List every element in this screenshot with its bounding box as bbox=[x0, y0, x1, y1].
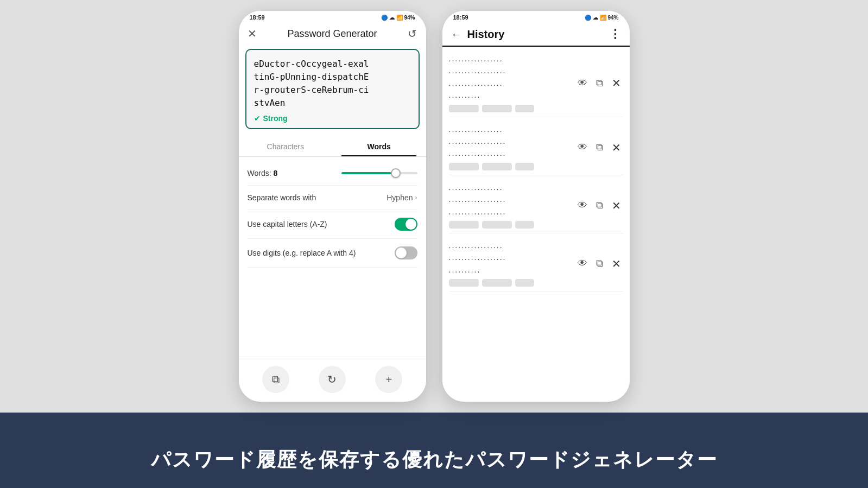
password-dots: ················· bbox=[449, 125, 571, 137]
banner-text: パスワード履歴を保存する優れたパスワードジェネレーター bbox=[151, 447, 718, 473]
view-button[interactable]: 👁 bbox=[575, 198, 590, 213]
pg-header: ✕ Password Generator ↺ bbox=[239, 23, 426, 45]
password-dots: ·················· bbox=[449, 149, 571, 161]
strength-icon: ✔ bbox=[254, 114, 261, 123]
password-dots: ·················· bbox=[449, 253, 571, 265]
history-meta bbox=[449, 105, 571, 112]
password-dots: ················· bbox=[449, 79, 571, 91]
meta-pill bbox=[482, 163, 512, 170]
delete-button[interactable]: ✕ bbox=[610, 197, 623, 214]
history-header: ← History ⋮ bbox=[442, 23, 630, 47]
chevron-right-icon: › bbox=[415, 194, 417, 201]
history-list: ················· ·················· ···… bbox=[442, 47, 630, 402]
view-button[interactable]: 👁 bbox=[575, 256, 590, 271]
digits-label: Use digits (e.g. replace A with 4) bbox=[248, 249, 356, 257]
meta-pill bbox=[449, 279, 479, 287]
tab-characters[interactable]: Characters bbox=[239, 137, 333, 156]
history-meta bbox=[449, 163, 571, 170]
meta-pill bbox=[482, 279, 512, 287]
meta-pill-sm bbox=[515, 105, 534, 112]
status-icons-right: 🔵 ☁ 📶 94% bbox=[585, 15, 618, 21]
copy-button[interactable]: ⧉ bbox=[594, 256, 605, 271]
history-item: ················· ·················· ···… bbox=[449, 175, 623, 233]
close-button[interactable]: ✕ bbox=[248, 27, 257, 40]
meta-pill bbox=[449, 221, 479, 229]
history-item-content: ················· ·················· ···… bbox=[449, 241, 571, 287]
copy-button[interactable]: ⧉ bbox=[594, 140, 605, 155]
history-item: ················· ·················· ···… bbox=[449, 47, 623, 117]
view-button[interactable]: 👁 bbox=[575, 140, 590, 155]
password-dots: ················· bbox=[449, 241, 571, 253]
more-options-button[interactable]: ⋮ bbox=[609, 27, 621, 41]
password-box: eDuctor-cOccygeal-exaltinG-pUnning-dispa… bbox=[245, 49, 420, 129]
password-generator-phone: 18:59 🔵 ☁ 📶 94% ✕ Password Generator ↺ e… bbox=[239, 11, 426, 402]
status-time-left: 18:59 bbox=[250, 14, 265, 21]
status-bar-right: 18:59 🔵 ☁ 📶 94% bbox=[442, 11, 630, 23]
separate-value[interactable]: Hyphen › bbox=[387, 193, 417, 202]
copy-button[interactable]: ⧉ bbox=[594, 75, 605, 91]
history-icon[interactable]: ↺ bbox=[408, 27, 417, 40]
separate-words-row: Separate words with Hyphen › bbox=[248, 186, 417, 210]
words-label: Words: 8 bbox=[248, 169, 278, 178]
back-button[interactable]: ← bbox=[451, 28, 462, 41]
status-bar-left: 18:59 🔵 ☁ 📶 94% bbox=[239, 11, 426, 23]
separate-label: Separate words with bbox=[248, 193, 316, 202]
password-dots: ·········· bbox=[449, 91, 571, 103]
meta-pill bbox=[449, 105, 479, 112]
strength-label: Strong bbox=[263, 114, 288, 123]
action-bar: ⧉ ↻ + bbox=[239, 357, 426, 402]
refresh-button[interactable]: ↻ bbox=[319, 366, 346, 393]
capital-toggle[interactable] bbox=[395, 218, 417, 231]
settings-panel: Words: 8 Separate words with Hyphen › Us… bbox=[239, 157, 426, 357]
password-dots: ·········· bbox=[449, 265, 571, 277]
password-dots: ·················· bbox=[449, 207, 571, 219]
view-button[interactable]: 👁 bbox=[575, 75, 590, 91]
words-setting-row: Words: 8 bbox=[248, 161, 417, 186]
meta-pill-sm bbox=[515, 163, 534, 170]
meta-pill-sm bbox=[515, 221, 534, 229]
capital-label: Use capital letters (A-Z) bbox=[248, 220, 327, 229]
strength-indicator: ✔ Strong bbox=[254, 114, 411, 123]
status-time-right: 18:59 bbox=[453, 14, 468, 21]
meta-pill bbox=[482, 105, 512, 112]
history-meta bbox=[449, 221, 571, 229]
capital-letters-row: Use capital letters (A-Z) bbox=[248, 210, 417, 239]
words-slider[interactable] bbox=[341, 172, 417, 174]
meta-pill-sm bbox=[515, 279, 534, 287]
password-dots: ·················· bbox=[449, 66, 571, 78]
history-item-content: ················· ·················· ···… bbox=[449, 183, 571, 229]
delete-button[interactable]: ✕ bbox=[610, 139, 623, 156]
history-item: ················· ·················· ···… bbox=[449, 233, 623, 291]
status-icons-left: 🔵 ☁ 📶 94% bbox=[381, 15, 415, 21]
digits-row: Use digits (e.g. replace A with 4) bbox=[248, 239, 417, 268]
delete-button[interactable]: ✕ bbox=[610, 74, 623, 92]
history-item: ················· ·················· ···… bbox=[449, 117, 623, 175]
password-dots: ·················· bbox=[449, 137, 571, 149]
history-title: History bbox=[467, 28, 609, 41]
copy-button[interactable]: ⧉ bbox=[594, 198, 605, 213]
bottom-banner: パスワード履歴を保存する優れたパスワードジェネレーター bbox=[0, 413, 868, 488]
history-phone: 18:59 🔵 ☁ 📶 94% ← History ⋮ ············… bbox=[442, 11, 630, 402]
password-dots: ·················· bbox=[449, 195, 571, 207]
digits-toggle[interactable] bbox=[395, 246, 417, 259]
main-area: 18:59 🔵 ☁ 📶 94% ✕ Password Generator ↺ e… bbox=[0, 0, 868, 413]
password-dots: ················· bbox=[449, 54, 571, 66]
password-text: eDuctor-cOccygeal-exaltinG-pUnning-dispa… bbox=[254, 58, 411, 110]
add-button[interactable]: + bbox=[375, 366, 402, 393]
password-dots: ················· bbox=[449, 183, 571, 195]
meta-pill bbox=[449, 163, 479, 170]
delete-button[interactable]: ✕ bbox=[610, 255, 623, 272]
meta-pill bbox=[482, 221, 512, 229]
tab-bar: Characters Words bbox=[239, 137, 426, 157]
history-item-content: ················· ·················· ···… bbox=[449, 54, 571, 112]
history-item-content: ················· ·················· ···… bbox=[449, 125, 571, 170]
copy-button[interactable]: ⧉ bbox=[262, 366, 289, 393]
pg-title: Password Generator bbox=[287, 28, 377, 40]
history-meta bbox=[449, 279, 571, 287]
tab-words[interactable]: Words bbox=[332, 137, 426, 156]
